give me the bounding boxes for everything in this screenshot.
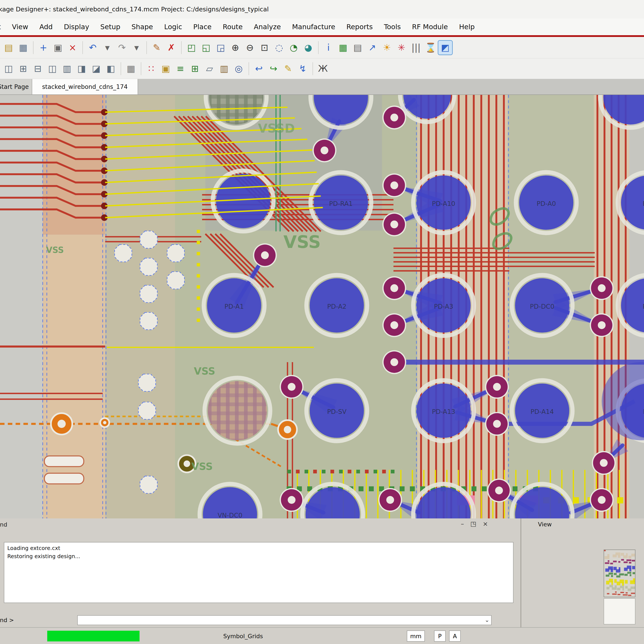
toolbar-separator[interactable] (181, 41, 182, 54)
a-button[interactable]: A (449, 630, 461, 642)
toolbar-separator[interactable] (33, 41, 33, 54)
zoom-window-icon[interactable]: ◰ (185, 41, 198, 55)
redraw-icon[interactable]: ◕ (301, 41, 315, 55)
toolbar-separator[interactable] (141, 62, 141, 75)
menubar: File Edit View Add Display Setup Shape L… (0, 18, 644, 37)
waive-icon[interactable]: ⌛ (424, 41, 437, 55)
menu-item[interactable]: Place (188, 23, 217, 31)
burst-icon[interactable]: ✳ (395, 41, 408, 55)
window-title: Package Designer+: stacked_wirebond_cdns… (0, 6, 269, 13)
menu-item[interactable]: Tools (378, 23, 406, 31)
command-history-dropdown-icon[interactable]: ⌄ (485, 617, 489, 623)
zoom-selection-icon[interactable]: ◱ (199, 41, 213, 55)
p-button[interactable]: P (434, 630, 446, 642)
design-canvas[interactable]: PD-RA1PD-A10PD-A0PD-PD-A1PD-A2PD-A3PD-DC… (0, 95, 644, 518)
pane-rows-icon[interactable]: ▥ (60, 62, 74, 76)
pane-diag-icon[interactable]: ◪ (89, 62, 103, 76)
color-dialog-icon[interactable]: ◩ (438, 41, 452, 55)
move-icon[interactable]: + (36, 41, 50, 55)
menu-item[interactable]: Logic (159, 23, 188, 31)
menu-item[interactable]: Route (217, 23, 248, 31)
pad-label: PD-A2 (327, 303, 346, 310)
console-close-icon[interactable]: × (483, 520, 488, 527)
minimap[interactable] (604, 550, 635, 597)
menu-item[interactable]: Edit (0, 23, 6, 31)
pane-wide-icon[interactable]: ⊟ (31, 62, 45, 76)
menu-item[interactable]: RF Module (406, 23, 453, 31)
zoom-fit-icon[interactable]: ⊡ (258, 41, 271, 55)
zoom-world-icon[interactable]: ◔ (287, 41, 301, 55)
toolbar-separator[interactable] (313, 62, 313, 75)
toolbar-icon-glyph: ↶ (89, 43, 96, 52)
unpick-icon[interactable]: ✗ (164, 41, 178, 55)
pad-label: PD-A10 (432, 200, 455, 207)
color-priority-icon[interactable]: ∷ (144, 62, 158, 76)
toolbar-separator[interactable] (146, 41, 147, 54)
menu-item[interactable]: View (6, 23, 34, 31)
pane-right-icon[interactable]: ◨ (75, 62, 88, 76)
copy-icon[interactable]: ▣ (51, 41, 65, 55)
menu-item[interactable]: Reports (341, 23, 378, 31)
pad-label: PD-A1 (225, 303, 244, 310)
wire-edit-teal-icon[interactable]: ↯ (296, 62, 310, 76)
menu-item[interactable]: Display (58, 23, 95, 31)
menu-item[interactable]: Setup (95, 23, 126, 31)
grid-toggle-icon[interactable]: ▦ (124, 62, 138, 76)
toolbar-separator[interactable] (249, 62, 249, 75)
undo-icon[interactable]: ↶ (86, 41, 100, 55)
console-output[interactable]: Loading extcore.cxt Restoring existing d… (4, 542, 513, 603)
sun-icon[interactable]: ☀ (380, 41, 394, 55)
wire-edit-gold-icon[interactable]: ✎ (281, 62, 295, 76)
grid-icon[interactable]: ▦ (336, 41, 350, 55)
toolbar-separator[interactable] (82, 41, 83, 54)
view-panel: View (521, 518, 644, 627)
drill-icon[interactable]: ◎ (232, 62, 246, 76)
toolbar-icon-glyph: ▱ (206, 64, 213, 73)
die-text-icon[interactable]: ≡ (173, 62, 187, 76)
console-float-icon[interactable]: ◳ (470, 520, 476, 527)
wire-edit-blue-icon[interactable]: ↩ (252, 62, 266, 76)
highlight-icon[interactable]: ↗ (365, 41, 379, 55)
wire-edit-green-icon[interactable]: ↪ (267, 62, 280, 76)
open-icon[interactable]: ▤ (2, 41, 15, 55)
save-icon[interactable]: ▦ (16, 41, 30, 55)
menu-item[interactable]: Help (453, 23, 480, 31)
toolbar-separator[interactable] (318, 41, 319, 54)
toolbar-row-1: ▤ ▦ + ▣ × ↶ ▾ ↷ (0, 37, 644, 58)
package-pad[interactable] (208, 381, 267, 440)
delete-icon[interactable]: × (66, 41, 79, 55)
padstack-icon[interactable]: ▣ (159, 62, 173, 76)
film-icon[interactable]: ▥ (217, 62, 231, 76)
units-button[interactable]: mm (407, 630, 425, 642)
shape-icon[interactable]: ▱ (203, 62, 216, 76)
spider-tool-icon[interactable]: Ж (316, 62, 330, 76)
toolbar-separator[interactable] (121, 62, 121, 75)
menu-item[interactable]: Manufacture (286, 23, 341, 31)
menu-item[interactable]: Analyze (248, 23, 286, 31)
menu-item[interactable]: Add (34, 23, 58, 31)
zoom-in-icon[interactable]: ⊕ (228, 41, 242, 55)
pane-left-icon[interactable]: ◧ (104, 62, 118, 76)
status-icon[interactable]: i (322, 41, 335, 55)
pane-split-icon[interactable]: ⊞ (16, 62, 30, 76)
pane-grid-icon[interactable]: ◫ (2, 62, 15, 76)
zoom-previous-icon[interactable]: ◌ (272, 41, 286, 55)
pane-tall-icon[interactable]: ◫ (46, 62, 59, 76)
view-panel-title: View (538, 521, 552, 528)
redo-dropdown-icon[interactable]: ▾ (130, 41, 143, 55)
tab-design[interactable]: stacked_wirebond_cdns_174 (32, 79, 138, 94)
pad-label: PD-RA1 (329, 200, 353, 207)
redo-icon[interactable]: ↷ (115, 41, 129, 55)
tab-start-page[interactable]: Start Page (0, 79, 32, 94)
console-minimize-icon[interactable]: – (461, 520, 464, 527)
console-title: Command (0, 521, 7, 528)
zoom-points-icon[interactable]: ◲ (214, 41, 228, 55)
ruler-icon[interactable]: ||| (409, 41, 423, 55)
command-input[interactable]: ⌄ (77, 615, 492, 625)
undo-dropdown-icon[interactable]: ▾ (100, 41, 114, 55)
menu-item[interactable]: Shape (126, 23, 159, 31)
pick-icon[interactable]: ✎ (150, 41, 164, 55)
print-icon[interactable]: ▤ (351, 41, 365, 55)
zoom-out-icon[interactable]: ⊖ (243, 41, 257, 55)
wirebond-grid-icon[interactable]: ⊞ (188, 62, 202, 76)
